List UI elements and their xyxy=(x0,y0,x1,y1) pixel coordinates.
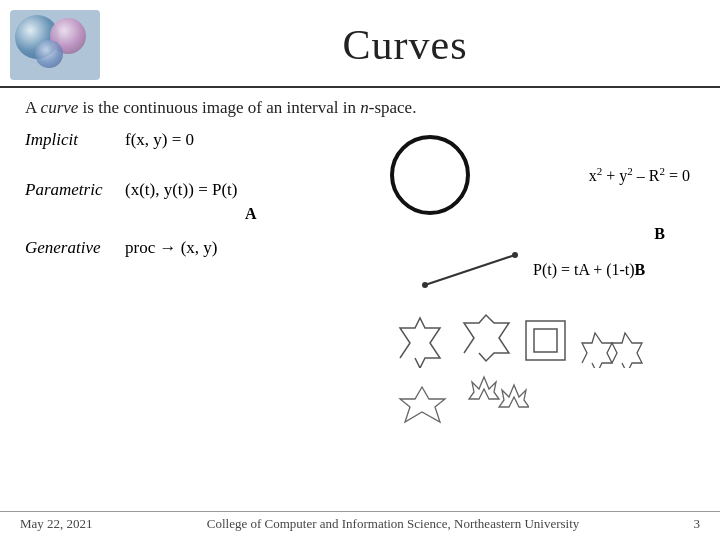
svg-point-3 xyxy=(512,252,518,258)
slide-title: Curves xyxy=(110,21,700,69)
fractal-5 xyxy=(395,372,460,427)
svg-rect-4 xyxy=(526,321,565,360)
circle-visual xyxy=(385,130,475,220)
generative-formula: proc → (x, y) xyxy=(125,238,218,258)
left-content: Implicit f(x, y) = 0 Parametric (x(t), y… xyxy=(25,130,385,427)
parametric-label: Parametric xyxy=(25,180,125,200)
slide-header: Curves xyxy=(0,0,720,88)
implicit-row: Implicit f(x, y) = 0 xyxy=(25,130,385,150)
implicit-right-eq: x2 + y2 – R2 = 0 xyxy=(589,165,690,185)
slide-footer: May 22, 2021 College of Computer and Inf… xyxy=(0,511,720,532)
footer-page: 3 xyxy=(693,516,700,532)
implicit-formula: f(x, y) = 0 xyxy=(125,130,194,150)
footer-date: May 22, 2021 xyxy=(20,516,93,532)
parametric-visual-area: B P(t) = tA + (1-t)B xyxy=(385,225,695,295)
fractal-4 xyxy=(577,313,647,368)
intro-paragraph: A curve is the continuous image of an in… xyxy=(25,98,695,118)
ab-line-area: P(t) = tA + (1-t)B xyxy=(415,245,695,295)
svg-rect-5 xyxy=(534,329,557,352)
fractal-3 xyxy=(518,313,573,368)
header-image xyxy=(10,10,100,80)
n-italic: n xyxy=(360,98,369,117)
ab-line-visual xyxy=(415,245,525,295)
parametric-row: Parametric (x(t), y(t)) = P(t) xyxy=(25,180,385,200)
fractal-2 xyxy=(459,313,514,368)
footer-institution: College of Computer and Information Scie… xyxy=(207,516,580,532)
slide: Curves A curve is the continuous image o… xyxy=(0,0,720,540)
bold-b: B xyxy=(635,261,646,278)
point-a-area: A xyxy=(125,205,385,223)
implicit-visual-row: x2 + y2 – R2 = 0 xyxy=(385,130,695,220)
generative-visuals xyxy=(385,313,695,427)
slide-content: A curve is the continuous image of an in… xyxy=(0,88,720,432)
fractal-6 xyxy=(464,372,529,427)
generative-label: Generative xyxy=(25,238,125,258)
svg-line-1 xyxy=(425,255,515,285)
point-a-label: A xyxy=(245,205,257,222)
right-visuals: x2 + y2 – R2 = 0 B xyxy=(385,130,695,427)
svg-point-2 xyxy=(422,282,428,288)
content-grid: Implicit f(x, y) = 0 Parametric (x(t), y… xyxy=(25,130,695,427)
generative-row: Generative proc → (x, y) xyxy=(25,238,385,258)
sphere-image xyxy=(10,10,100,80)
curve-italic: curve xyxy=(41,98,79,117)
fractal-1 xyxy=(395,313,455,368)
svg-point-0 xyxy=(392,137,468,213)
point-b-label: B xyxy=(385,225,695,243)
parametric-right-eq: P(t) = tA + (1-t)B xyxy=(533,261,645,279)
parametric-formula: (x(t), y(t)) = P(t) xyxy=(125,180,238,200)
implicit-label: Implicit xyxy=(25,130,125,150)
sphere-3 xyxy=(35,40,63,68)
